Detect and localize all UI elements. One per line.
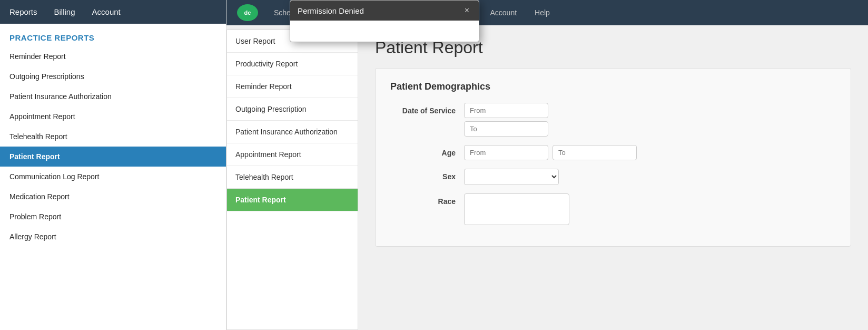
date-of-service-label: Date of Service (390, 103, 464, 115)
modal-title: Permission Denied (298, 6, 364, 15)
modal-close-button[interactable]: × (462, 6, 471, 15)
date-of-service-inputs (464, 103, 548, 137)
sidebar-item[interactable]: Allergy Report (0, 227, 226, 247)
demographics-heading: Patient Demographics (390, 81, 836, 92)
sidebar-item[interactable]: Patient Report (0, 147, 226, 167)
age-to-input[interactable] (553, 145, 637, 160)
dropdown-menu: User ReportProductivity ReportReminder R… (226, 30, 358, 330)
left-sidebar-header: Reports Billing Account (0, 0, 226, 24)
dropdown-item[interactable]: Outgoing Prescription (227, 98, 358, 121)
race-label: Race (390, 193, 464, 206)
top-nav-item[interactable]: Account (483, 5, 525, 20)
modal-header: Permission Denied × (290, 1, 479, 21)
left-sidebar: Reports Billing Account PRACTICE REPORTS… (0, 0, 226, 330)
date-of-service-row: Date of Service (390, 103, 836, 137)
date-to-input[interactable] (464, 121, 548, 137)
age-row: Age (390, 145, 836, 160)
left-nav-account[interactable]: Account (92, 7, 121, 16)
sidebar-item[interactable]: Appointment Report (0, 106, 226, 127)
content-row: User ReportProductivity ReportReminder R… (226, 25, 868, 330)
dropdown-item[interactable]: Reminder Report (227, 75, 358, 98)
left-sidebar-menu: Reminder ReportOutgoing PrescriptionsPat… (0, 46, 226, 247)
sidebar-item[interactable]: Communication Log Report (0, 167, 226, 187)
age-inputs (464, 145, 637, 160)
sidebar-item[interactable]: Medication Report (0, 187, 226, 207)
modal-body (290, 21, 479, 42)
sidebar-item[interactable]: Problem Report (0, 207, 226, 227)
patient-report-panel: Patient Report Patient Demographics Date… (358, 25, 868, 330)
date-from-input[interactable] (464, 103, 548, 118)
dropdown-item[interactable]: Patient Report (227, 189, 358, 211)
dropdown-item[interactable]: Telehealth Report (227, 166, 358, 189)
age-label: Age (390, 145, 464, 157)
dropdown-item[interactable]: Appointment Report (227, 143, 358, 166)
dropdown-item[interactable]: Patient Insurance Authorization (227, 121, 358, 143)
left-nav-billing[interactable]: Billing (54, 7, 75, 16)
left-nav-reports[interactable]: Reports (9, 7, 37, 16)
dropdown-item[interactable]: Productivity Report (227, 53, 358, 75)
sidebar-item[interactable]: Patient Insurance Authorization (0, 86, 226, 106)
sidebar-item[interactable]: Reminder Report (0, 46, 226, 66)
permission-denied-modal: Permission Denied × (290, 0, 479, 42)
practice-reports-label: PRACTICE REPORTS (0, 24, 226, 46)
sex-select-wrapper: MaleFemaleOther (464, 169, 559, 185)
logo: dc (237, 4, 258, 21)
sex-row: Sex MaleFemaleOther (390, 169, 836, 185)
sex-select[interactable]: MaleFemaleOther (464, 169, 559, 185)
top-nav-item[interactable]: Help (527, 5, 557, 20)
demographics-card: Patient Demographics Date of Service Age (375, 68, 851, 247)
sex-label: Sex (390, 169, 464, 181)
main-area: dc ScheduleClinicalPatientsReportsBillin… (226, 0, 868, 330)
sidebar-item[interactable]: Outgoing Prescriptions (0, 66, 226, 86)
sidebar-item[interactable]: Telehealth Report (0, 127, 226, 147)
race-row: Race (390, 193, 836, 225)
age-from-input[interactable] (464, 145, 548, 160)
race-textarea[interactable] (464, 193, 569, 225)
